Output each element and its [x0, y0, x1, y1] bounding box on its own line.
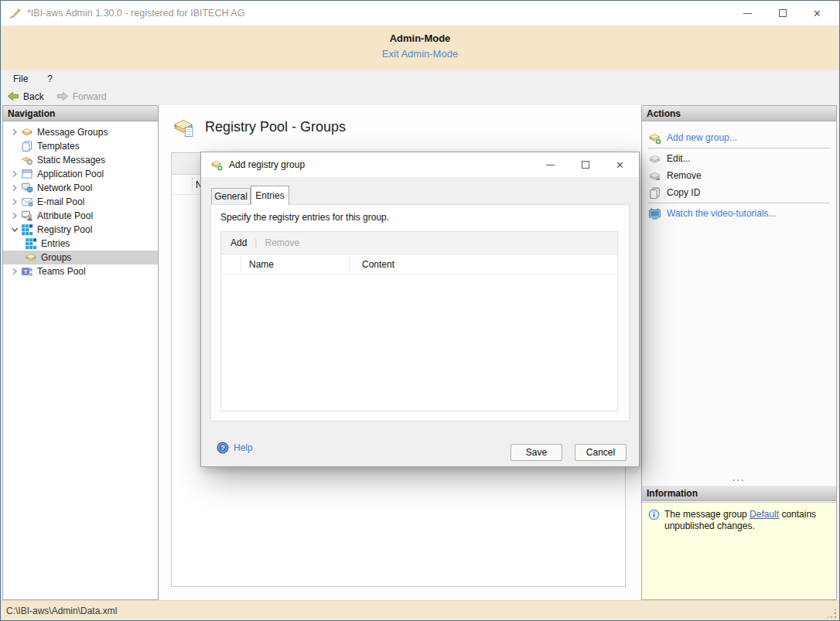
actions-header: Actions	[642, 106, 836, 121]
chevron-right-icon[interactable]	[8, 184, 21, 192]
resize-grip[interactable]	[828, 609, 837, 619]
nav-item-teams-pool[interactable]: T Teams Pool	[3, 264, 158, 278]
nav-item-message-groups[interactable]: Message Groups	[3, 125, 158, 139]
email-pool-icon	[21, 196, 33, 208]
templates-icon	[21, 140, 33, 152]
minimize-icon	[546, 165, 555, 165]
chevron-right-icon[interactable]	[8, 128, 21, 136]
action-label: Add new group...	[667, 132, 737, 143]
page-heading: Registry Pool - Groups	[172, 115, 346, 138]
action-add-new-group[interactable]: Add new group...	[642, 129, 836, 146]
default-group-link[interactable]: Default	[750, 509, 779, 520]
nav-item-email-pool[interactable]: E-mail Pool	[3, 195, 158, 209]
copy-icon	[648, 186, 661, 200]
nav-item-registry-groups[interactable]: Groups	[3, 251, 158, 264]
action-copy-id[interactable]: Copy ID	[642, 184, 836, 201]
back-arrow-icon	[7, 91, 19, 101]
chevron-right-icon[interactable]	[8, 212, 21, 220]
nav-item-registry-pool[interactable]: Registry Pool	[3, 223, 158, 237]
tab-general[interactable]: General	[211, 188, 251, 204]
action-label: Watch the video-tutorials...	[667, 208, 777, 219]
cancel-button[interactable]: Cancel	[575, 444, 627, 461]
nav-item-registry-entries[interactable]: Entries	[3, 237, 158, 251]
navigation-panel: Navigation Message Groups Templates Stat…	[2, 105, 159, 600]
chevron-right-icon[interactable]	[8, 268, 21, 275]
nav-item-label: Teams Pool	[37, 266, 86, 277]
column-header-name[interactable]: Name	[249, 259, 274, 270]
nav-item-label: Attribute Pool	[37, 210, 93, 221]
registry-entries-icon	[25, 237, 37, 250]
nav-item-templates[interactable]: Templates	[3, 139, 158, 153]
save-button[interactable]: Save	[510, 444, 562, 461]
exit-admin-mode-link[interactable]: Exit Admin-Mode	[1, 48, 839, 60]
help-link[interactable]: ? Help	[217, 442, 253, 454]
add-group-icon	[648, 131, 661, 145]
close-icon: ✕	[616, 160, 624, 170]
maximize-icon	[582, 161, 589, 169]
nav-item-static-messages[interactable]: Static Messages	[3, 153, 158, 167]
dialog-minimize-button[interactable]	[533, 152, 568, 177]
nav-item-application-pool[interactable]: Application Pool	[3, 167, 158, 181]
action-edit[interactable]: Edit...	[642, 150, 836, 167]
nav-item-attribute-pool[interactable]: Attribute Pool	[3, 209, 158, 223]
right-panel: Actions Add new group... Edit... Remove …	[641, 105, 837, 600]
static-messages-icon	[21, 154, 33, 166]
menu-file[interactable]: File	[6, 72, 35, 86]
action-remove[interactable]: Remove	[642, 167, 836, 184]
tab-entries[interactable]: Entries	[251, 186, 289, 205]
registry-entries-editor: Add | Remove Name Content	[220, 231, 618, 411]
application-pool-icon	[21, 168, 33, 180]
panel-splitter[interactable]: ···	[642, 478, 836, 486]
status-bar: C:\IBI-aws\Admin\Data.xml	[1, 600, 839, 621]
navigation-toolbar: Back Forward	[1, 87, 839, 105]
back-label: Back	[23, 91, 44, 102]
menu-help[interactable]: ?	[40, 72, 60, 86]
admin-mode-label: Admin-Mode	[1, 26, 839, 44]
app-window: *IBI-aws Admin 1.30.0 - registered for I…	[0, 0, 840, 621]
column-header-content[interactable]: Content	[362, 259, 394, 270]
maximize-icon	[779, 9, 787, 17]
nav-item-label: Templates	[37, 141, 80, 152]
page-title: Registry Pool - Groups	[205, 119, 346, 135]
nav-item-label: Network Pool	[37, 183, 92, 193]
chevron-down-icon[interactable]	[8, 226, 21, 234]
forward-arrow-icon	[56, 91, 69, 101]
registry-groups-icon	[172, 115, 196, 138]
add-registry-group-dialog: Add registry group ✕ General Entries Spe…	[200, 152, 640, 467]
help-label: Help	[234, 442, 253, 453]
entries-add-button[interactable]: Add	[230, 237, 247, 248]
dialog-title: Add registry group	[229, 159, 305, 170]
divider	[648, 203, 830, 203]
information-header: Information	[642, 486, 836, 501]
svg-text:?: ?	[220, 444, 225, 452]
action-watch-tutorials[interactable]: Watch the video-tutorials...	[642, 205, 836, 222]
chevron-right-icon[interactable]	[8, 198, 21, 206]
dialog-maximize-button[interactable]	[568, 152, 603, 177]
teams-pool-icon: T	[21, 265, 33, 278]
nav-item-label: E-mail Pool	[37, 196, 84, 207]
chevron-right-icon[interactable]	[8, 170, 21, 178]
window-title: *IBI-aws Admin 1.30.0 - registered for I…	[27, 8, 244, 19]
menu-bar: File ?	[1, 70, 839, 87]
title-bar: *IBI-aws Admin 1.30.0 - registered for I…	[1, 1, 839, 26]
toolbar-separator: |	[254, 237, 257, 248]
registry-pool-icon	[21, 223, 33, 236]
close-button[interactable]: ✕	[800, 1, 835, 26]
navigation-tree: Message Groups Templates Static Messages…	[3, 121, 158, 278]
network-pool-icon	[21, 182, 33, 194]
forward-label: Forward	[73, 91, 107, 102]
information-message: The message group Default contains unpub…	[664, 509, 828, 599]
forward-button[interactable]: Forward	[56, 91, 107, 102]
entries-remove-button[interactable]: Remove	[265, 237, 299, 248]
groups-icon	[25, 251, 37, 264]
nav-item-network-pool[interactable]: Network Pool	[3, 181, 158, 195]
nav-item-label: Application Pool	[37, 169, 104, 179]
back-button[interactable]: Back	[7, 91, 44, 102]
svg-text:T: T	[24, 268, 28, 275]
minimize-button[interactable]	[730, 1, 765, 26]
dialog-close-button[interactable]: ✕	[603, 152, 637, 177]
entries-toolbar: Add | Remove	[221, 232, 617, 254]
maximize-button[interactable]	[765, 1, 800, 26]
entries-description: Specify the registry entries for this gr…	[220, 212, 389, 223]
nav-item-label: Entries	[41, 238, 70, 249]
